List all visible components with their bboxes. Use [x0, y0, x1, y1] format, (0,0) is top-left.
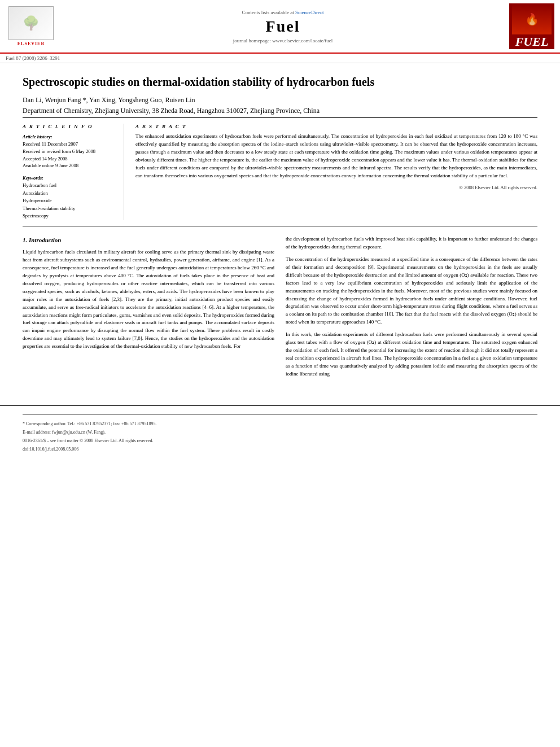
keywords-label: Keywords: [23, 175, 116, 181]
online-date: Available online 9 June 2008 [23, 162, 116, 169]
issn-line: 0016-2361/$ – see front matter © 2008 El… [23, 438, 537, 444]
journal-header: ELSEVIER Contents lists available at Sci… [0, 0, 560, 54]
footer-divider [23, 414, 537, 414]
article-info-heading: A R T I C L E I N F O [23, 124, 116, 129]
sciencedirect-link[interactable]: ScienceDirect [295, 10, 323, 15]
journal-title: Fuel [266, 18, 300, 36]
abstract-heading: A B S T R A C T [135, 124, 537, 129]
body-col-right: the development of hydrocarbon fuels wit… [286, 235, 537, 383]
journal-homepage: journal homepage: www.elsevier.com/locat… [233, 38, 333, 43]
elsevier-logo: ELSEVIER [6, 3, 56, 49]
keywords-list: Hydrocarbon fuel Autoxidation Hydroperox… [23, 182, 116, 220]
main-content: Spectroscopic studies on thermal-oxidati… [0, 63, 560, 394]
fuel-logo-word: FUEL [515, 34, 549, 49]
body-col-left-para1: Liquid hydrocarbon fuels circulated in m… [23, 248, 274, 351]
keyword-2: Autoxidation [23, 190, 116, 198]
page-footer: * Corresponding author. Tel.: +86 571 87… [0, 405, 560, 453]
fuel-cover-image [512, 3, 552, 34]
abstract-section: A B S T R A C T The enhanced autoxidatio… [135, 124, 537, 220]
body-text: 1. Introduction Liquid hydrocarbon fuels… [23, 235, 537, 383]
elsevier-brand-text: ELSEVIER [18, 41, 45, 46]
doi-line: doi:10.1016/j.fuel.2008.05.006 [23, 446, 537, 453]
article-info-abstract: A R T I C L E I N F O Article history: R… [23, 117, 537, 226]
fuel-logo-box: FUEL [509, 3, 554, 49]
abstract-text: The enhanced autoxidation experiments of… [135, 133, 537, 180]
article-info-section: A R T I C L E I N F O Article history: R… [23, 124, 124, 220]
authors-line: Dan Li, Wenjun Fang *, Yan Xing, Yongshe… [23, 96, 537, 104]
history-label: Article history: [23, 134, 116, 139]
corresponding-note: * Corresponding author. Tel.: +86 571 87… [23, 421, 537, 427]
journal-center-info: Contents lists available at ScienceDirec… [62, 3, 504, 49]
keyword-3: Hydroperoxide [23, 197, 116, 205]
body-col-right-para2: The concentration of the hydroperoxides … [286, 256, 537, 326]
paper-title: Spectroscopic studies on thermal-oxidati… [23, 75, 537, 89]
section1-title: 1. Introduction [23, 235, 274, 245]
keyword-1: Hydrocarbon fuel [23, 182, 116, 190]
body-col-right-para1: the development of hydrocarbon fuels wit… [286, 235, 537, 251]
received-date: Received 11 December 2007 [23, 141, 116, 148]
revised-date: Received in revised form 6 May 2008 [23, 148, 116, 155]
email-note: E-mail address: fwjun@zju.edu.cn (W. Fan… [23, 429, 537, 436]
copyright-line: © 2008 Elsevier Ltd. All rights reserved… [135, 185, 537, 190]
body-col-left: 1. Introduction Liquid hydrocarbon fuels… [23, 235, 274, 383]
keyword-4: Thermal-oxidation stability [23, 205, 116, 213]
contents-line: Contents lists available at ScienceDirec… [242, 10, 324, 15]
journal-reference: Fuel 87 (2008) 3286–3291 [0, 54, 560, 63]
body-col-right-para3: In this work, the oxidation experiments … [286, 331, 537, 378]
affiliation-line: Department of Chemistry, Zhejiang Univer… [23, 107, 537, 115]
elsevier-logo-image [8, 6, 54, 40]
keyword-5: Spectroscopy [23, 212, 116, 220]
accepted-date: Accepted 14 May 2008 [23, 155, 116, 163]
